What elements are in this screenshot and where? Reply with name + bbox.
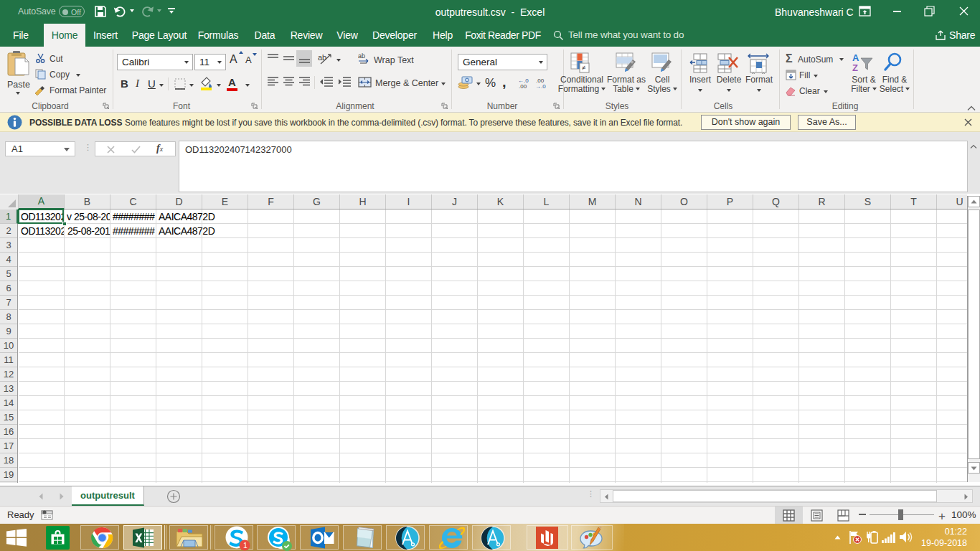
svg-text:≠: ≠ — [582, 64, 586, 72]
svg-text:A: A — [852, 52, 859, 63]
svg-text:ab: ab — [358, 52, 365, 60]
svg-text:Z: Z — [852, 62, 858, 73]
svg-text:→.0: →.0 — [535, 83, 546, 89]
svg-text:.00: .00 — [519, 83, 527, 89]
svg-text:1: 1 — [243, 541, 248, 550]
svg-text:ab: ab — [318, 53, 326, 62]
